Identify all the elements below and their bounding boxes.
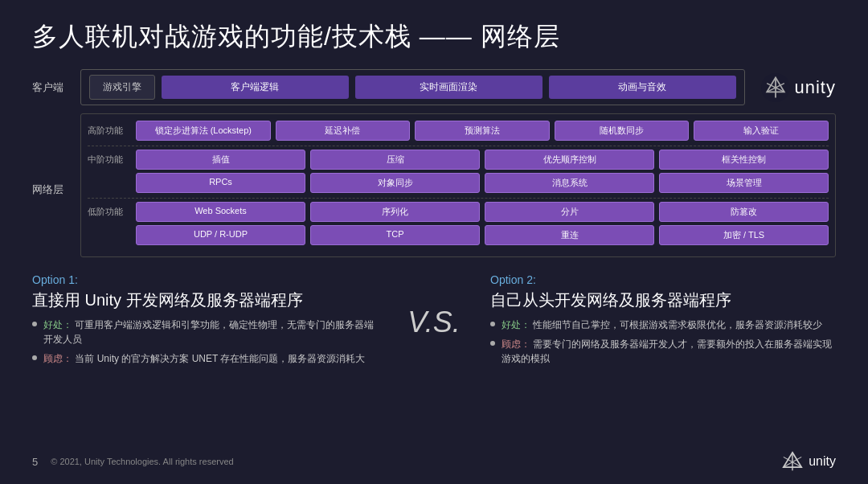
low-content: Web Sockets 序列化 分片 防篡改 UDP / R-UDP TCP 重… [136,202,829,245]
delay-pill: 延迟补偿 [276,121,411,141]
option1-concern-text: 当前 Unity 的官方解决方案 UNET 存在性能问题，服务器资源消耗大 [75,353,365,364]
client-logic-box: 客户端逻辑 [162,76,349,99]
fragment-pill: 分片 [485,202,654,222]
mid-content: 插值 压缩 优先顺序控制 框关性控制 RPCs 对象同步 消息系统 场景管理 [136,150,829,193]
low-label: 低阶功能 [88,202,129,218]
option2-good-label: 好处： [502,319,530,330]
unity-icon-footer [781,450,804,473]
mid-level-row: 中阶功能 插值 压缩 优先顺序控制 框关性控制 RPCs 对象同步 消息系统 场… [88,150,829,193]
bullet-dot-4 [490,341,495,346]
option2-bullet2-text: 顾虑： 需要专门的网络及服务器端开发人才，需要额外的投入在服务器端实现游戏的模拟 [502,337,836,366]
game-engine-box: 游戏引擎 [89,75,155,100]
serial-pill: 序列化 [310,202,480,222]
scene-pill: 场景管理 [659,173,829,193]
high-label: 高阶功能 [88,121,129,137]
unity-icon-header [761,73,790,102]
unity-text-header: unity [795,77,836,98]
option2-bullet1: 好处： 性能细节自己掌控，可根据游戏需求极限优化，服务器资源消耗较少 [490,318,836,332]
websocket-pill: Web Sockets [136,202,305,222]
footer-left: 5 © 2021, Unity Technologies. All rights… [32,456,234,468]
mid-pills-1: 插值 压缩 优先顺序控制 框关性控制 [136,150,829,170]
vs-section: V.S. [402,273,466,371]
divider-2 [88,198,829,199]
footer-unity-text: unity [809,454,836,469]
network-grid: 高阶功能 锁定步进算法 (Lockstep) 延迟补偿 预测算法 随机数同步 输… [80,113,836,257]
option1-good-text: 可重用客户端游戏逻辑和引擎功能，确定性物理，无需专门的服务器端开发人员 [43,319,374,345]
option2-block: Option 2: 自己从头开发网络及服务器端程序 好处： 性能细节自己掌控，可… [490,273,836,371]
slide: 多人联机对战游戏的功能/技术栈 —— 网络层 客户端 游戏引擎 客户端逻辑 实时… [0,0,868,484]
client-label: 客户端 [32,80,80,95]
priority-pill: 优先顺序控制 [485,150,654,170]
predict-pill: 预测算法 [415,121,550,141]
mid-label: 中阶功能 [88,150,129,166]
compress-pill: 压缩 [310,150,480,170]
header-unity-logo: unity [761,73,836,102]
encrypt-pill: 加密 / TLS [659,225,829,245]
page-title: 多人联机对战游戏的功能/技术栈 —— 网络层 [32,19,836,55]
option1-concern-label: 顾虑： [43,353,72,364]
network-section: 网络层 高阶功能 锁定步进算法 (Lockstep) 延迟补偿 预测算法 随机数… [32,113,836,257]
option1-bullet2-text: 顾虑： 当前 Unity 的官方解决方案 UNET 存在性能问题，服务器资源消耗… [43,351,365,366]
low-pills-1: Web Sockets 序列化 分片 防篡改 [136,202,829,222]
tamper-pill: 防篡改 [659,202,829,222]
client-content: 游戏引擎 客户端逻辑 实时画面渲染 动画与音效 [80,69,745,105]
divider-1 [88,146,829,146]
obj-sync-pill: 对象同步 [310,173,480,193]
bullet-dot-2 [32,355,37,360]
option1-bullet1-text: 好处： 可重用客户端游戏逻辑和引擎功能，确定性物理，无需专门的服务器端开发人员 [43,318,378,347]
option1-block: Option 1: 直接用 Unity 开发网络及服务器端程序 好处： 可重用客… [32,273,378,371]
footer-unity-logo: unity [781,450,836,473]
high-content: 锁定步进算法 (Lockstep) 延迟补偿 预测算法 随机数同步 输入验证 [136,121,829,141]
low-pills-2: UDP / R-UDP TCP 重连 加密 / TLS [136,225,829,245]
option2-bullet2: 顾虑： 需要专门的网络及服务器端开发人才，需要额外的投入在服务器端实现游戏的模拟 [490,337,836,366]
option1-large-title: 直接用 Unity 开发网络及服务器端程序 [32,289,378,311]
bullet-dot-3 [490,322,495,326]
low-level-row: 低阶功能 Web Sockets 序列化 分片 防篡改 UDP / R-UDP … [88,202,829,245]
reconnect-pill: 重连 [485,225,654,245]
option2-good-text: 性能细节自己掌控，可根据游戏需求极限优化，服务器资源消耗较少 [533,319,822,330]
mid-pills-2: RPCs 对象同步 消息系统 场景管理 [136,173,829,193]
option2-large-title: 自己从头开发网络及服务器端程序 [490,289,836,311]
copyright-text: © 2021, Unity Technologies. All rights r… [51,457,233,466]
bottom-section: Option 1: 直接用 Unity 开发网络及服务器端程序 好处： 可重用客… [32,270,836,371]
tcp-pill: TCP [310,225,480,245]
vs-text: V.S. [407,306,460,339]
option1-small-title: Option 1: [32,273,378,286]
render-box: 实时画面渲染 [355,76,542,99]
network-label: 网络层 [32,113,71,257]
high-pills: 锁定步进算法 (Lockstep) 延迟补偿 预测算法 随机数同步 输入验证 [136,121,829,141]
udp-pill: UDP / R-UDP [136,225,305,245]
lockstep-pill: 锁定步进算法 (Lockstep) [136,121,271,141]
animation-box: 动画与音效 [549,76,736,99]
msg-pill: 消息系统 [485,173,654,193]
option1-bullet1: 好处： 可重用客户端游戏逻辑和引擎功能，确定性物理，无需专门的服务器端开发人员 [32,318,378,347]
high-level-row: 高阶功能 锁定步进算法 (Lockstep) 延迟补偿 预测算法 随机数同步 输… [88,121,829,141]
interp-pill: 插值 [136,150,305,170]
frame-pill: 框关性控制 [659,150,829,170]
footer: 5 © 2021, Unity Technologies. All rights… [32,450,836,473]
option2-small-title: Option 2: [490,273,836,286]
option2-bullet1-text: 好处： 性能细节自己掌控，可根据游戏需求极限优化，服务器资源消耗较少 [502,318,822,332]
option2-concern-label: 顾虑： [502,338,530,350]
option1-good-label: 好处： [43,319,72,330]
rpc-pill: RPCs [136,173,305,193]
bullet-dot-1 [32,322,37,326]
client-section: 客户端 游戏引擎 客户端逻辑 实时画面渲染 动画与音效 unity [32,69,836,105]
random-pill: 随机数同步 [555,121,690,141]
input-pill: 输入验证 [694,121,829,141]
option1-bullet2: 顾虑： 当前 Unity 的官方解决方案 UNET 存在性能问题，服务器资源消耗… [32,351,378,366]
option2-concern-text: 需要专门的网络及服务器端开发人才，需要额外的投入在服务器端实现游戏的模拟 [502,338,832,364]
page-number: 5 [32,456,38,468]
